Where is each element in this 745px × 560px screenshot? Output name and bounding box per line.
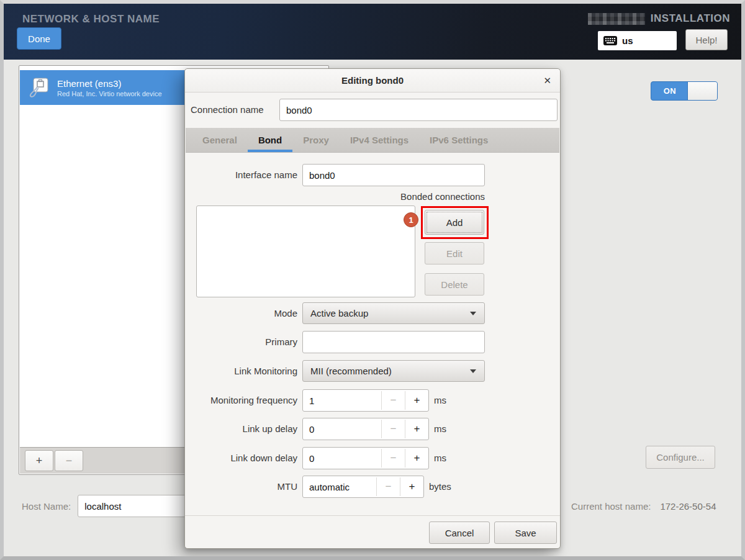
tab-ipv4-settings[interactable]: IPv4 Settings: [340, 128, 419, 152]
monitoring-frequency-label: Monitoring frequency: [191, 389, 297, 412]
monitoring-frequency-input[interactable]: [303, 390, 381, 411]
tab-ipv6-settings[interactable]: IPv6 Settings: [419, 128, 499, 152]
decrement-button[interactable]: −: [377, 476, 400, 497]
mode-dropdown[interactable]: Active backup: [302, 302, 485, 324]
installation-label: INSTALLATION: [651, 12, 730, 25]
current-hostname-value: 172-26-50-54: [660, 501, 716, 512]
configure-button[interactable]: Configure...: [646, 446, 715, 469]
primary-input[interactable]: [302, 331, 485, 353]
decrement-button[interactable]: −: [382, 448, 405, 469]
dialog-footer-divider: [185, 515, 560, 516]
edit-bond-dialog: Editing bond0 ✕ Connection name General …: [184, 68, 561, 549]
increment-button[interactable]: +: [405, 418, 428, 440]
link-down-delay-label: Link down delay: [191, 447, 297, 469]
delete-bonded-connection-button[interactable]: Delete: [425, 273, 484, 296]
primary-label: Primary: [191, 331, 297, 353]
network-on-off-switch[interactable]: ON: [651, 81, 718, 101]
mtu-spinner: − +: [302, 476, 424, 498]
close-icon[interactable]: ✕: [543, 69, 551, 93]
bonded-connections-list[interactable]: [196, 205, 415, 297]
bonded-connections-label: Bonded connections: [302, 191, 485, 202]
decrement-button[interactable]: −: [382, 390, 405, 411]
connection-name-input[interactable]: [279, 99, 558, 121]
keyboard-layout-indicator[interactable]: us: [598, 31, 677, 50]
dialog-tabs: General Bond Proxy IPv4 Settings IPv6 Se…: [186, 128, 559, 153]
mtu-unit: bytes: [429, 476, 451, 498]
add-device-button[interactable]: +: [25, 450, 53, 471]
link-down-delay-spinner: − +: [302, 447, 429, 469]
header-bar: NETWORK & HOST NAME Done INSTALLATION us…: [4, 4, 741, 60]
increment-button[interactable]: +: [405, 390, 428, 411]
redacted-product-name: [588, 13, 645, 25]
switch-handle[interactable]: [687, 82, 717, 100]
current-hostname-row: Current host name: 172-26-50-54: [571, 495, 716, 517]
dialog-title: Editing bond0: [341, 75, 404, 86]
help-button[interactable]: Help!: [685, 29, 728, 50]
link-up-delay-spinner: − +: [302, 418, 429, 440]
link-up-delay-label: Link up delay: [191, 418, 297, 440]
monitoring-frequency-spinner: − +: [302, 389, 429, 412]
link-up-delay-unit: ms: [434, 418, 446, 440]
device-description: Red Hat, Inc. Virtio network device: [57, 90, 162, 97]
mode-value: Active backup: [310, 308, 368, 318]
link-up-delay-input[interactable]: [303, 418, 381, 440]
installer-screen: NETWORK & HOST NAME Done INSTALLATION us…: [0, 0, 745, 560]
decrement-button[interactable]: −: [382, 418, 405, 440]
hostname-row: Host Name:: [22, 495, 202, 517]
installation-title: INSTALLATION: [588, 12, 730, 25]
step-1-badge: 1: [404, 212, 418, 227]
link-down-delay-unit: ms: [434, 447, 446, 469]
mtu-label: MTU: [191, 476, 297, 498]
done-button[interactable]: Done: [17, 27, 61, 50]
increment-button[interactable]: +: [400, 476, 423, 497]
device-name: Ethernet (ens3): [57, 78, 162, 89]
link-monitoring-dropdown[interactable]: MII (recommended): [302, 360, 485, 382]
switch-on-label: ON: [651, 82, 689, 100]
increment-button[interactable]: +: [405, 448, 428, 469]
tab-general[interactable]: General: [192, 128, 248, 152]
current-hostname-label: Current host name:: [571, 501, 651, 512]
ethernet-icon: [29, 76, 51, 99]
hostname-input[interactable]: [78, 495, 202, 517]
keyboard-icon: [603, 36, 617, 45]
monitoring-frequency-unit: ms: [434, 389, 446, 412]
mode-label: Mode: [191, 302, 297, 324]
tab-proxy[interactable]: Proxy: [292, 128, 340, 152]
hostname-label: Host Name:: [22, 501, 71, 512]
save-button[interactable]: Save: [494, 522, 557, 544]
connection-name-label: Connection name: [191, 99, 264, 121]
cancel-button[interactable]: Cancel: [429, 522, 490, 544]
link-monitoring-value: MII (recommended): [310, 366, 392, 376]
device-text: Ethernet (ens3) Red Hat, Inc. Virtio net…: [57, 78, 162, 97]
mtu-input[interactable]: [303, 476, 376, 497]
add-bonded-connection-button[interactable]: Add: [425, 210, 484, 235]
edit-bonded-connection-button[interactable]: Edit: [425, 242, 484, 264]
tab-bond[interactable]: Bond: [248, 128, 292, 152]
keyboard-layout-value: us: [622, 35, 633, 46]
chevron-down-icon: [470, 369, 476, 373]
dialog-titlebar: Editing bond0 ✕: [185, 69, 560, 93]
link-monitoring-label: Link Monitoring: [191, 360, 297, 382]
interface-name-label: Interface name: [191, 164, 297, 186]
remove-device-button[interactable]: −: [55, 450, 83, 471]
link-down-delay-input[interactable]: [303, 448, 381, 469]
interface-name-input[interactable]: [302, 164, 485, 186]
page-title: NETWORK & HOST NAME: [22, 13, 160, 25]
chevron-down-icon: [470, 312, 476, 315]
